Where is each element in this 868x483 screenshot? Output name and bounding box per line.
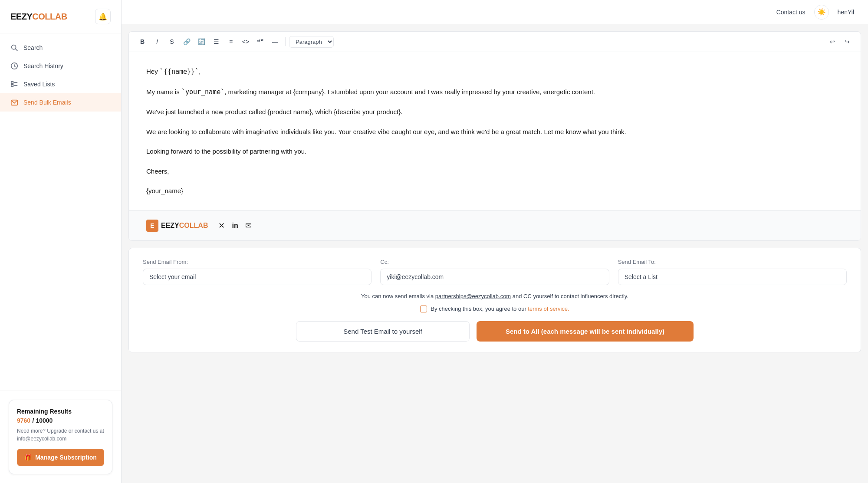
list-icon [10,80,18,88]
email-line-6: Cheers, [146,166,843,177]
remaining-description: Need more? Upgrade or contact us at info… [17,427,104,443]
subscription-icon: 🎁 [24,454,32,461]
brand-collab: COLLAB [179,222,208,229]
send-section: Send Email From: Select your email Cc: S… [128,248,861,352]
email-icon [10,99,18,106]
info-text-after: and CC yourself to contact influencers d… [511,293,628,299]
send-to-all-button[interactable]: Send to All (each message will be sent i… [477,321,694,342]
bell-icon: 🔔 [99,13,107,21]
brand-eezy: EEZY [161,222,179,229]
logo-eezy: EEZY [10,12,32,22]
sidebar-item-saved-lists-label: Saved Lists [23,81,55,88]
user-name: henYil [838,9,854,16]
remaining-count: 9760 [17,417,30,424]
quote-button[interactable]: ❝❞ [254,35,267,48]
sun-icon: ☀️ [817,8,826,16]
undo-redo-group: ↩ ↪ [826,35,854,48]
cc-label: Cc: [380,259,609,265]
italic-button[interactable]: I [151,35,164,48]
partnerships-email-link[interactable]: partnerships@eezycollab.com [435,293,511,299]
remaining-title: Remaining Results [17,408,104,415]
contact-us-link[interactable]: Contact us [776,9,806,16]
logo: EEZY COLLAB [10,12,67,22]
manage-subscription-button[interactable]: 🎁 Manage Subscription [17,449,104,466]
action-buttons: Send Test Email to yourself Send to All … [143,321,847,342]
twitter-x-icon[interactable]: ✕ [218,221,225,230]
sidebar-item-search-label: Search [23,44,43,51]
editor-toolbar: B I S 🔗 🔄 ☰ ≡ <> ❝❞ — Paragraph ↩ ↪ [129,32,861,52]
topbar: Contact us ☀️ henYil [122,0,868,24]
send-to-label: Send Email To: [618,259,847,265]
sidebar-item-send-bulk-emails-label: Send Bulk Emails [23,99,71,106]
divider-insert-button[interactable]: — [269,35,282,48]
cc-input[interactable] [380,269,609,285]
search-icon [10,44,18,52]
send-fields-row: Send Email From: Select your email Cc: S… [143,259,847,285]
email-line-1: Hey `{{name}}`, [146,66,843,78]
info-text: You can now send emails via partnerships… [143,293,847,299]
send-from-label: Send Email From: [143,259,372,265]
theme-toggle-button[interactable]: ☀️ [814,5,829,20]
svg-line-1 [16,49,18,51]
email-line-2: My name is `your_name`, marketing manage… [146,86,843,98]
sidebar-item-search-history[interactable]: Search History [0,57,121,75]
email-social-icon[interactable]: ✉ [245,221,252,230]
remaining-total: 10000 [36,417,53,424]
link-button[interactable]: 🔗 [180,35,193,48]
linkedin-icon[interactable]: in [232,222,238,230]
svg-rect-3 [11,82,13,84]
sidebar-item-saved-lists[interactable]: Saved Lists [0,75,121,93]
redo-button[interactable]: ↪ [841,35,854,48]
code-button[interactable]: <> [239,35,252,48]
main-scroll-area: B I S 🔗 🔄 ☰ ≡ <> ❝❞ — Paragraph ↩ ↪ [122,24,868,483]
tos-checkbox-row: By checking this box, you agree to our t… [143,306,847,312]
sidebar-footer: Remaining Results 9760 / 10000 Need more… [0,391,121,483]
strikethrough-button[interactable]: S [165,35,178,48]
history-icon [10,62,18,70]
sidebar: EEZY COLLAB 🔔 Search Search History Save… [0,0,122,483]
brand-name: EEZYCOLLAB [161,222,208,230]
email-line-3: We've just launched a new product called… [146,106,843,118]
remaining-counts: 9760 / 10000 [17,417,104,424]
send-to-field: Send Email To: Select a List [618,259,847,285]
sidebar-header: EEZY COLLAB 🔔 [0,0,121,33]
email-line-4: We are looking to collaborate with imagi… [146,126,843,138]
toolbar-divider [285,37,286,46]
undo-button[interactable]: ↩ [826,35,839,48]
send-to-select[interactable]: Select a List [618,269,847,285]
paragraph-style-select[interactable]: Paragraph [289,36,334,48]
logo-collab: COLLAB [32,12,67,22]
notifications-button[interactable]: 🔔 [95,9,111,24]
editor-brand-footer: E EEZYCOLLAB ✕ in ✉ [129,210,861,240]
email-editor-card: B I S 🔗 🔄 ☰ ≡ <> ❝❞ — Paragraph ↩ ↪ [128,31,861,241]
email-line-7: {your_name} [146,185,843,197]
tos-checkbox[interactable] [420,306,427,312]
unordered-list-button[interactable]: ☰ [210,35,223,48]
sidebar-item-search-history-label: Search History [23,62,63,69]
send-from-field: Send Email From: Select your email [143,259,372,285]
info-text-before: You can now send emails via [361,293,435,299]
brand-logo: E EEZYCOLLAB [146,220,208,232]
tos-link[interactable]: terms of service. [528,306,569,312]
sidebar-nav: Search Search History Saved Lists Send B… [0,33,121,391]
sidebar-item-search[interactable]: Search [0,39,121,57]
checkbox-text-before: By checking this box, you agree to our [431,306,528,312]
svg-rect-5 [11,85,13,87]
email-line-5: Looking forward to the possibility of pa… [146,146,843,157]
cc-field: Cc: [380,259,609,285]
social-icons: ✕ in ✉ [218,221,251,230]
remaining-results-card: Remaining Results 9760 / 10000 Need more… [9,400,112,474]
main-content: Contact us ☀️ henYil B I S 🔗 🔄 ☰ ≡ <> ❝❞… [122,0,868,483]
brand-icon: E [146,220,158,232]
svg-point-0 [12,45,16,49]
sidebar-item-send-bulk-emails[interactable]: Send Bulk Emails [0,93,121,112]
manage-subscription-label: Manage Subscription [35,454,97,461]
bold-button[interactable]: B [136,35,149,48]
email-body-editor[interactable]: Hey `{{name}}`, My name is `your_name`, … [129,52,861,210]
send-from-select[interactable]: Select your email [143,269,372,285]
send-test-email-button[interactable]: Send Test Email to yourself [296,321,470,342]
ordered-list-button[interactable]: ≡ [224,35,237,48]
embed-button[interactable]: 🔄 [195,35,208,48]
checkbox-label: By checking this box, you agree to our t… [431,306,569,312]
